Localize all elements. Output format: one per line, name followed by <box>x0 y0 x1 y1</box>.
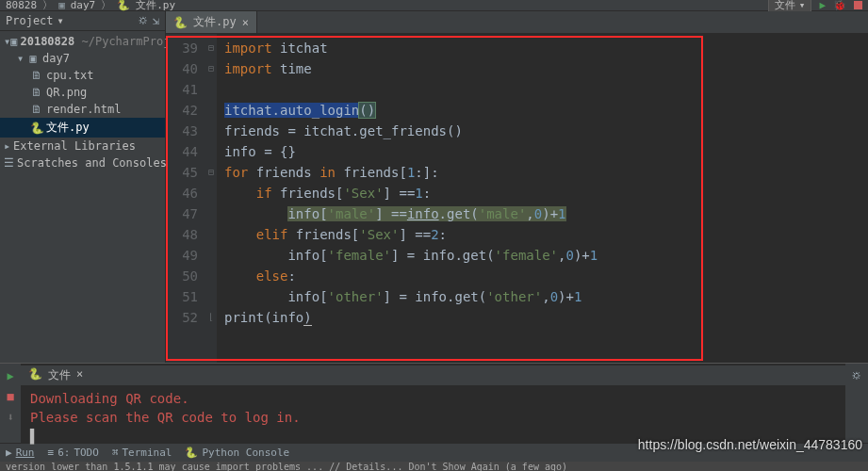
terminal-label: Terminal <box>123 447 172 459</box>
terminal-tool-button[interactable]: ⌘ Terminal <box>112 447 172 459</box>
folder-icon: ▣ <box>26 52 40 65</box>
todo-count: 6: <box>57 447 70 459</box>
terminal-icon: ⌘ <box>112 447 119 459</box>
close-icon[interactable]: × <box>76 367 83 383</box>
run-tool-window: ▶ ■ ⬇ 🐍 文件 × Downloading QR code. Please… <box>0 363 868 443</box>
code-editor[interactable]: 39 40 41 42 43 44 45 46 47 48 49 50 51 5… <box>166 34 868 363</box>
collapse-icon[interactable]: ⇲ <box>153 14 159 27</box>
editor-tab[interactable]: 🐍 文件.py × <box>166 11 257 33</box>
tree-file[interactable]: 🗎 QR.png <box>0 84 165 101</box>
fold-icon[interactable]: ⊟ <box>205 38 217 58</box>
chevron-down-icon: ▾ <box>799 0 806 11</box>
close-icon[interactable]: × <box>242 16 249 29</box>
python-file-icon: 🐍 <box>117 0 130 11</box>
project-name: 20180828 <box>20 35 74 48</box>
tree-file[interactable]: 🗎 cpu.txt <box>0 67 165 84</box>
rerun-button[interactable]: ▶ <box>7 369 13 382</box>
editor-area: 🐍 文件.py × 39 40 41 42 43 44 45 46 47 48 … <box>166 11 868 363</box>
todo-label: TODO <box>74 447 99 459</box>
chevron-down-icon[interactable]: ▾ <box>57 14 64 27</box>
python-icon: 🐍 <box>185 447 198 459</box>
run-button[interactable]: ▶ <box>819 0 826 11</box>
breadcrumb-item[interactable]: 80828 <box>6 0 37 11</box>
scratches-label: Scratches and Consoles <box>17 156 167 170</box>
hint-bar: version lower than 1.5.1.1 may cause imp… <box>0 462 868 471</box>
gutter: 39 40 41 42 43 44 45 46 47 48 49 50 51 5… <box>166 34 205 363</box>
chevron-down-icon: ▾ <box>4 35 10 48</box>
fold-icon[interactable]: ⊟ <box>205 58 217 79</box>
run-tab[interactable]: 🐍 文件 × <box>21 365 845 385</box>
todo-tool-button[interactable]: ≡ 6: TODO <box>48 447 99 459</box>
console-line: Please scan the QR code to log in. <box>30 408 836 427</box>
text-file-icon: 🗎 <box>30 69 43 82</box>
file-label: render.html <box>46 103 121 116</box>
python-console-tool-button[interactable]: 🐍 Python Console <box>185 447 289 459</box>
console-line: Downloading QR code. <box>30 389 836 408</box>
run-tool-button[interactable]: ▶ Run <box>6 447 35 459</box>
tree-root[interactable]: ▾ ▣ 20180828 ~/PycharmProjects <box>0 33 165 50</box>
console-toolbar: ▶ ■ ⬇ <box>0 364 21 443</box>
tab-label: 文件.py <box>193 14 237 30</box>
python-file-icon: 🐍 <box>173 16 188 29</box>
project-tool-window: Project ▾ ⛭ ⇲ ▾ ▣ 20180828 ~/PycharmProj… <box>0 11 166 363</box>
python-file-icon: 🐍 <box>30 122 43 135</box>
stop-button[interactable] <box>854 1 862 9</box>
html-file-icon: 🗎 <box>30 103 43 116</box>
run-icon: ▶ <box>6 447 12 459</box>
fold-column: ⊟ ⊟ ⊟ ⌊ <box>205 34 217 363</box>
fold-end-icon[interactable]: ⌊ <box>205 307 217 328</box>
tree-scratches[interactable]: ☰ Scratches and Consoles <box>0 154 165 171</box>
console-cursor: ▌ <box>30 427 836 446</box>
chevron-right-icon: ▸ <box>4 139 13 153</box>
editor-tabs: 🐍 文件.py × <box>166 11 868 34</box>
todo-icon: ≡ <box>48 447 55 459</box>
folder-label: day7 <box>42 52 70 65</box>
image-file-icon: 🗎 <box>30 86 43 99</box>
console-output[interactable]: Downloading QR code. Please scan the QR … <box>21 385 845 449</box>
code-content[interactable]: import itchat import time itchat.auto_lo… <box>217 34 868 363</box>
fold-icon[interactable]: ⊟ <box>205 162 217 183</box>
down-button[interactable]: ⬇ <box>7 411 13 424</box>
external-libraries-label: External Libraries <box>13 139 136 153</box>
debug-button[interactable]: 🐞 <box>833 0 846 11</box>
chevron-down-icon: ▾ <box>17 52 26 65</box>
file-label: 文件.py <box>46 120 90 136</box>
project-title: Project <box>6 14 54 27</box>
run-tab-label: 文件 <box>48 367 71 383</box>
gear-icon[interactable]: ⛭ <box>851 369 862 382</box>
project-tree: ▾ ▣ 20180828 ~/PycharmProjects ▾ ▣ day7 … <box>0 31 165 173</box>
project-path <box>74 35 81 48</box>
gear-icon[interactable]: ⛭ <box>138 14 149 27</box>
tree-file-active[interactable]: 🐍 文件.py <box>0 118 165 138</box>
top-toolbar: 80828 〉 ▣ day7 〉 🐍 文件.py 文件 ▾ ▶ 🐞 <box>0 0 868 11</box>
tree-external-libraries[interactable]: ▸ External Libraries <box>0 138 165 154</box>
tree-folder[interactable]: ▾ ▣ day7 <box>0 50 165 67</box>
python-file-icon: 🐍 <box>28 367 42 383</box>
tree-file[interactable]: 🗎 render.html <box>0 101 165 118</box>
run-label: Run <box>16 447 35 459</box>
project-icon: ▣ <box>10 35 17 48</box>
scratches-icon: ☰ <box>4 156 14 170</box>
file-label: QR.png <box>46 86 87 99</box>
stop-button[interactable]: ■ <box>7 390 13 403</box>
python-console-label: Python Console <box>202 447 289 459</box>
file-label: cpu.txt <box>46 69 94 82</box>
folder-icon: ▣ <box>58 0 65 11</box>
breadcrumb-item[interactable]: day7 <box>71 0 96 11</box>
